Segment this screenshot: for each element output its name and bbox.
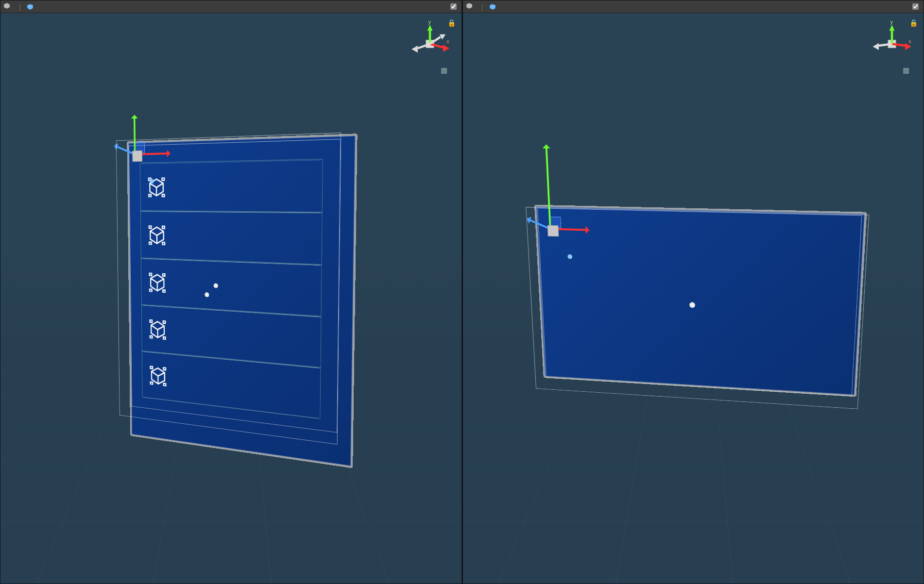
svg-rect-15 — [162, 177, 164, 180]
svg-rect-20 — [149, 225, 151, 228]
auto-save-checkbox[interactable] — [912, 3, 919, 10]
scene-viewport-right[interactable] — [463, 13, 924, 584]
button-list-panel[interactable] — [130, 144, 334, 429]
object-grid — [549, 228, 844, 385]
svg-marker-51 — [873, 43, 879, 50]
svg-rect-23 — [162, 242, 165, 244]
svg-rect-28 — [150, 289, 152, 291]
auto-save-toggle[interactable] — [450, 3, 459, 10]
gizmo-axis-y[interactable] — [134, 117, 136, 154]
mrtk-button-icon — [148, 272, 166, 293]
svg-rect-29 — [163, 289, 165, 292]
pivot-dot-icon — [205, 292, 209, 297]
gizmo-center-cube[interactable] — [132, 150, 142, 162]
svg-rect-38 — [150, 366, 152, 368]
svg-text:x: x — [908, 38, 911, 44]
svg-marker-47 — [905, 43, 911, 50]
persp-grid-icon: ▦ — [903, 66, 909, 75]
list-item[interactable] — [142, 258, 320, 317]
svg-rect-35 — [163, 336, 165, 339]
breadcrumb-left[interactable]: | — [3, 2, 36, 11]
svg-rect-22 — [149, 242, 152, 244]
breadcrumb-right[interactable]: | — [466, 2, 499, 11]
ground-grid — [462, 0, 924, 239]
projection-label[interactable]: ▦ — [441, 66, 449, 75]
gizmo-free-dot[interactable] — [150, 179, 154, 184]
svg-marker-42 — [466, 3, 472, 9]
projection-label[interactable]: ▦ — [903, 66, 911, 75]
svg-rect-40 — [150, 382, 152, 384]
toolbar-left: | — [0, 0, 462, 13]
orientation-gizmo[interactable]: x y — [408, 20, 452, 64]
persp-grid-icon: ▦ — [441, 66, 447, 75]
svg-marker-0 — [4, 3, 10, 9]
svg-marker-7 — [428, 25, 433, 31]
svg-rect-34 — [150, 335, 152, 338]
pivot-dot-icon — [213, 283, 218, 288]
svg-marker-11 — [440, 34, 446, 40]
scene-pane-left[interactable]: | 🔒 x y — [0, 0, 462, 584]
svg-text:y: y — [890, 20, 893, 25]
svg-rect-17 — [162, 194, 164, 197]
axis-y-label: y — [428, 20, 431, 25]
svg-rect-21 — [162, 226, 165, 228]
svg-rect-41 — [163, 383, 166, 385]
breadcrumb-separator: | — [19, 3, 21, 11]
list-item[interactable] — [142, 211, 320, 265]
breadcrumb-separator: | — [481, 3, 483, 11]
mrtk-button-icon — [149, 365, 167, 386]
toolbar-right: | — [463, 0, 924, 13]
unity-logo-icon — [466, 2, 473, 11]
prefab-cube-icon — [489, 3, 496, 10]
list-item[interactable] — [141, 160, 321, 213]
svg-marker-9 — [411, 46, 418, 52]
svg-rect-39 — [163, 367, 166, 369]
scene-viewport-left[interactable] — [0, 13, 462, 584]
scroll-wire-tail — [575, 377, 818, 584]
svg-rect-32 — [150, 319, 152, 322]
svg-marker-49 — [890, 25, 895, 31]
mrtk-button-icon — [149, 319, 166, 339]
mrtk-button-icon — [148, 225, 166, 245]
svg-rect-26 — [149, 273, 152, 275]
svg-rect-33 — [163, 320, 165, 323]
gizmo-axis-y[interactable] — [546, 146, 551, 229]
svg-rect-16 — [149, 194, 151, 197]
orientation-gizmo[interactable]: x y — [870, 20, 914, 64]
prefab-cube-icon — [27, 3, 34, 10]
svg-rect-27 — [162, 273, 165, 276]
auto-save-checkbox[interactable] — [450, 3, 457, 10]
svg-marker-5 — [443, 45, 449, 51]
unity-logo-icon — [3, 2, 10, 11]
axis-x-label: x — [446, 38, 449, 44]
object-grid-panel[interactable] — [540, 213, 857, 393]
scene-pane-right[interactable]: | 🔒 x y — [462, 0, 924, 584]
auto-save-toggle[interactable] — [912, 3, 921, 10]
